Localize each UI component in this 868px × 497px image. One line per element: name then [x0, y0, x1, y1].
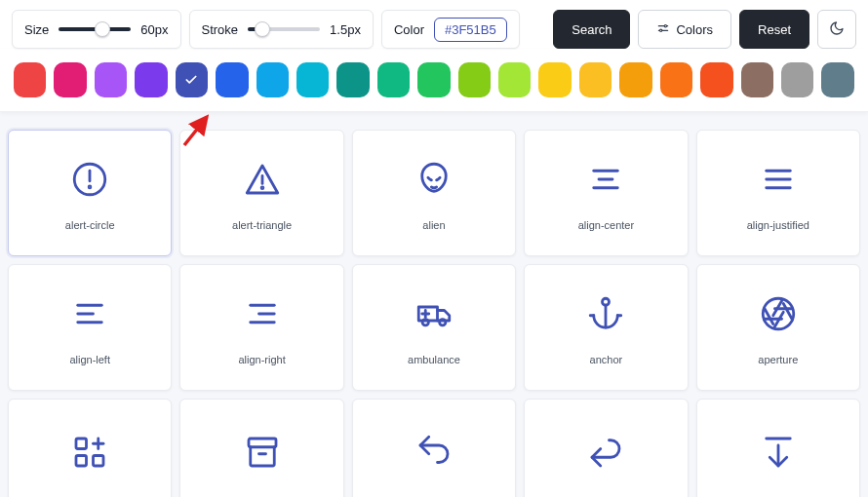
arrow-back-icon — [585, 426, 626, 478]
color-swatch[interactable] — [176, 62, 208, 97]
icon-card-aperture[interactable]: aperture — [696, 264, 860, 391]
aperture-icon — [758, 291, 799, 336]
color-swatch[interactable] — [619, 62, 651, 97]
color-swatch[interactable] — [336, 62, 369, 97]
icon-label: align-center — [578, 219, 634, 231]
color-swatch[interactable] — [498, 62, 531, 97]
arrow-back-up-icon — [414, 426, 454, 478]
alien-icon — [414, 157, 454, 202]
icon-grid-row3 — [0, 399, 868, 497]
icon-card-align-right[interactable]: align-right — [179, 264, 343, 391]
icon-card-ambulance[interactable]: ambulance — [352, 264, 516, 391]
align-left-icon — [69, 291, 110, 336]
icon-label: align-justified — [747, 219, 809, 231]
check-icon — [176, 62, 208, 97]
svg-rect-41 — [249, 439, 276, 447]
search-button[interactable]: Search — [553, 10, 630, 49]
icon-card-align-left[interactable]: align-left — [8, 264, 172, 391]
icon-label: alert-triangle — [232, 219, 292, 231]
align-justified-icon — [758, 157, 799, 202]
icon-label: align-left — [69, 354, 110, 365]
icon-card-align-justified[interactable]: align-justified — [696, 130, 860, 256]
color-swatch[interactable] — [821, 62, 853, 97]
svg-point-0 — [665, 24, 667, 26]
archive-icon — [242, 426, 283, 478]
icon-card-alien[interactable]: alien — [352, 130, 516, 256]
color-swatch[interactable] — [700, 62, 732, 97]
icon-card-alert-triangle[interactable]: alert-triangle — [179, 130, 343, 256]
icon-label: aperture — [758, 354, 798, 365]
icon-label: alert-circle — [65, 219, 115, 231]
icon-card-arrow-back[interactable] — [524, 399, 688, 497]
color-label: Color — [394, 22, 424, 37]
sliders-icon — [656, 21, 670, 38]
toolbar: Size 60px Stroke 1.5px Color #3F51B5 Sea… — [0, 0, 868, 49]
moon-icon — [829, 20, 845, 39]
color-swatch[interactable] — [579, 62, 612, 97]
color-swatch[interactable] — [256, 62, 289, 97]
svg-point-22 — [440, 320, 446, 325]
align-center-icon — [585, 157, 626, 202]
color-swatch[interactable] — [377, 62, 410, 97]
color-swatch[interactable] — [741, 62, 773, 97]
color-swatch[interactable] — [458, 62, 491, 97]
icon-label: align-right — [238, 354, 285, 365]
color-swatch[interactable] — [781, 62, 813, 97]
color-swatch[interactable] — [14, 62, 46, 97]
icon-card-anchor[interactable]: anchor — [524, 264, 688, 391]
ambulance-icon — [414, 291, 454, 336]
anchor-icon — [585, 291, 626, 336]
icon-grid: alert-circle alert-triangle alien align-… — [0, 112, 868, 399]
color-input[interactable]: #3F51B5 — [434, 18, 507, 42]
svg-rect-38 — [94, 456, 104, 467]
colors-button[interactable]: Colors — [638, 10, 731, 49]
icon-card-apps[interactable] — [8, 399, 172, 497]
size-slider[interactable] — [59, 27, 131, 31]
theme-toggle-button[interactable] — [817, 10, 856, 49]
stroke-value: 1.5px — [330, 22, 361, 37]
color-swatch[interactable] — [660, 62, 692, 97]
alert-circle-icon — [69, 157, 110, 202]
icon-card-alert-circle[interactable]: alert-circle — [8, 130, 172, 256]
search-button-label: Search — [572, 22, 612, 37]
color-swatch[interactable] — [54, 62, 86, 97]
arrow-bar-down-icon — [758, 426, 799, 478]
icon-card-arrow-bar-down[interactable] — [696, 399, 860, 497]
reset-button-label: Reset — [758, 22, 791, 37]
color-swatch[interactable] — [417, 62, 450, 97]
icon-label: alien — [422, 219, 445, 231]
icon-label: ambulance — [408, 354, 460, 365]
size-label: Size — [24, 22, 49, 37]
stroke-label: Stroke — [202, 22, 239, 37]
align-right-icon — [242, 291, 283, 336]
colors-button-label: Colors — [676, 22, 713, 37]
icon-card-archive[interactable] — [179, 399, 343, 497]
color-swatch[interactable] — [95, 62, 127, 97]
color-swatch[interactable] — [216, 62, 248, 97]
apps-icon — [69, 426, 110, 478]
size-control: Size 60px — [12, 10, 181, 49]
icon-card-align-center[interactable]: align-center — [524, 130, 688, 256]
stroke-control: Stroke 1.5px — [189, 10, 374, 49]
svg-point-7 — [261, 187, 263, 189]
icon-card-arrow-back-up[interactable] — [352, 399, 516, 497]
size-value: 60px — [140, 22, 168, 37]
color-palette — [0, 49, 868, 112]
svg-rect-37 — [76, 456, 87, 467]
color-swatch[interactable] — [296, 62, 329, 97]
svg-point-21 — [422, 320, 428, 325]
stroke-slider[interactable] — [248, 27, 320, 31]
svg-rect-36 — [76, 439, 87, 449]
reset-button[interactable]: Reset — [739, 10, 809, 49]
svg-point-1 — [660, 29, 662, 31]
icon-label: anchor — [590, 354, 623, 365]
color-swatch[interactable] — [538, 62, 571, 97]
alert-triangle-icon — [242, 157, 283, 202]
color-control: Color #3F51B5 — [381, 10, 520, 49]
color-swatch[interactable] — [135, 62, 167, 97]
svg-point-5 — [89, 186, 91, 188]
